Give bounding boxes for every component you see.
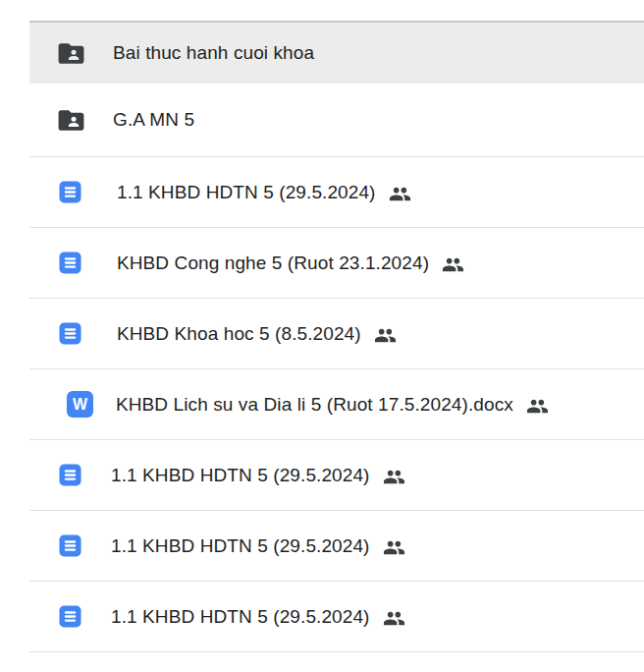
shared-folder-icon [56, 38, 86, 69]
word-letter: W [73, 396, 87, 414]
shared-folder-icon [56, 105, 86, 136]
row-label: KHBD Lich su va Dia li 5 (Ruot 17.5.2024… [116, 394, 513, 416]
shared-people-icon [442, 253, 464, 276]
file-row[interactable]: 1.1 KHBD HDTN 5 (29.5.2024) [29, 582, 644, 652]
row-label: 1.1 KHBD HDTN 5 (29.5.2024) [111, 465, 370, 486]
google-docs-icon [59, 534, 81, 557]
shared-people-icon [526, 395, 549, 418]
file-row[interactable]: KHBD Cong nghe 5 (Ruot 23.1.2024) [29, 228, 644, 299]
file-row[interactable]: 1.1 KHBD HDTN 5 (29.5.2024) [29, 157, 644, 228]
row-label: Bai thuc hanh cuoi khoa [113, 42, 314, 64]
google-docs-icon [59, 322, 81, 345]
shared-people-icon [383, 607, 405, 630]
row-label: 1.1 KHBD HDTN 5 (29.5.2024) [117, 182, 376, 203]
file-list: Bai thuc hanh cuoi khoa G.A MN 5 1.1 KHB… [0, 0, 644, 652]
file-row[interactable]: 1.1 KHBD HDTN 5 (29.5.2024) [29, 511, 644, 582]
shared-people-icon [383, 536, 405, 559]
row-label: KHBD Cong nghe 5 (Ruot 23.1.2024) [117, 252, 429, 274]
google-docs-icon [59, 605, 81, 628]
row-label: G.A MN 5 [113, 109, 194, 131]
file-row[interactable]: KHBD Khoa hoc 5 (8.5.2024) [29, 299, 644, 369]
file-row[interactable]: G.A MN 5 [29, 84, 644, 157]
row-label: KHBD Khoa hoc 5 (8.5.2024) [117, 323, 361, 345]
google-docs-icon [59, 252, 81, 274]
shared-people-icon [374, 324, 397, 347]
shared-people-icon [389, 183, 411, 205]
file-row[interactable]: 1.1 KHBD HDTN 5 (29.5.2024) [29, 440, 644, 511]
row-label: 1.1 KHBD HDTN 5 (29.5.2024) [111, 535, 370, 557]
file-row[interactable]: W KHBD Lich su va Dia li 5 (Ruot 17.5.20… [29, 369, 644, 440]
row-label: 1.1 KHBD HDTN 5 (29.5.2024) [111, 606, 370, 628]
file-row[interactable]: Bai thuc hanh cuoi khoa [29, 21, 644, 84]
shared-people-icon [383, 466, 405, 488]
google-docs-icon [59, 464, 81, 486]
word-file-icon: W [67, 391, 93, 418]
google-docs-icon [59, 181, 81, 203]
